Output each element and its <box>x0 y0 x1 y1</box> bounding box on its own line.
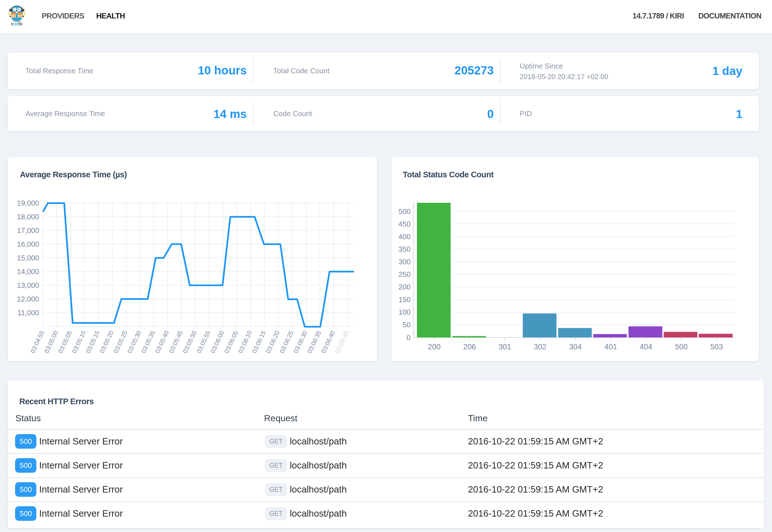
svg-text:500: 500 <box>675 343 688 351</box>
svg-text:træfik: træfik <box>11 21 23 26</box>
svg-text:18,000: 18,000 <box>17 213 39 221</box>
svg-text:250: 250 <box>399 270 411 279</box>
svg-text:304: 304 <box>569 343 582 351</box>
svg-text:404: 404 <box>640 343 652 351</box>
svg-text:03:06:45: 03:06:45 <box>334 329 350 354</box>
svg-text:16,000: 16,000 <box>17 240 39 248</box>
svg-text:13,000: 13,000 <box>17 281 39 289</box>
svg-text:200: 200 <box>399 283 411 291</box>
svg-text:500: 500 <box>399 207 411 216</box>
svg-text:301: 301 <box>498 343 511 351</box>
svg-text:100: 100 <box>399 308 411 316</box>
svg-text:15,000: 15,000 <box>17 254 39 262</box>
svg-text:150: 150 <box>399 295 411 304</box>
svg-text:401: 401 <box>604 343 617 351</box>
svg-text:450: 450 <box>399 220 411 228</box>
svg-text:11,000: 11,000 <box>17 309 39 317</box>
svg-text:0: 0 <box>407 333 411 342</box>
svg-text:503: 503 <box>710 343 723 351</box>
svg-text:19,000: 19,000 <box>17 199 39 207</box>
svg-text:12,000: 12,000 <box>17 295 39 303</box>
svg-text:200: 200 <box>428 343 441 351</box>
svg-text:206: 206 <box>463 343 476 351</box>
svg-text:17,000: 17,000 <box>17 226 39 235</box>
svg-text:400: 400 <box>399 232 411 241</box>
svg-text:350: 350 <box>399 245 411 253</box>
svg-text:300: 300 <box>399 258 411 266</box>
svg-text:302: 302 <box>534 343 546 351</box>
svg-text:14,000: 14,000 <box>17 267 39 276</box>
svg-text:50: 50 <box>403 321 411 329</box>
